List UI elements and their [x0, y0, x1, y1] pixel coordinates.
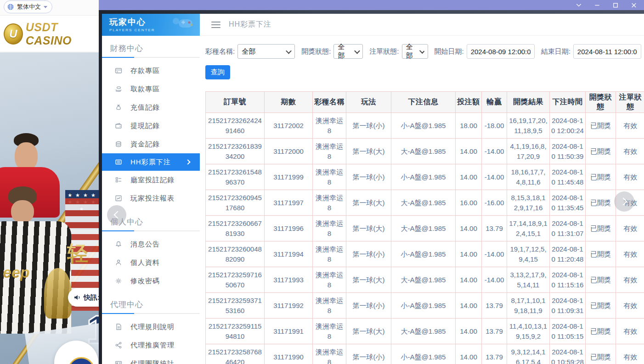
sidebar-item-label: 代理推廣管理 — [130, 341, 175, 350]
table-row: 215217232615489637031171999澳洲幸运8第一球(小)小-… — [206, 164, 644, 190]
table-cell: 已開獎 — [586, 241, 616, 267]
table-cell: 2024-08-10 11:31:07 — [550, 216, 586, 241]
table-cell: -14.00 — [482, 267, 507, 293]
table-cell: 已開獎 — [586, 216, 616, 241]
sidebar-item-存款專區[interactable]: 存款專區 — [102, 62, 200, 80]
start-date-input[interactable] — [467, 44, 535, 59]
table-cell: 2152172325971650670 — [206, 267, 265, 293]
minimize-button[interactable] — [593, 2, 601, 8]
gear-icon — [115, 277, 122, 285]
table-cell: 31171994 — [265, 241, 313, 267]
floating-coin-icon — [68, 357, 95, 364]
table-cell: 17,14,18,9,12,4,15,1 — [507, 216, 550, 241]
sidebar-item-消息公告[interactable]: 消息公告 — [102, 235, 200, 253]
sidebar-item-個人資料[interactable]: 個人資料 — [102, 253, 200, 272]
table-cell: 2152172326242491460 — [206, 113, 265, 139]
sidebar-item-label: 代理規則說明 — [130, 323, 175, 331]
table-cell: 14.00 — [456, 293, 482, 319]
table-cell: 14.00 — [456, 344, 482, 364]
section-divider — [102, 57, 200, 58]
table-cell: 第一球(小) — [346, 293, 391, 319]
table-cell: 16,19,17,20,11,18,9,5 — [507, 113, 550, 139]
order-status-select[interactable]: 全部 — [402, 44, 428, 59]
sidebar-item-取款專區[interactable]: 取款專區 — [102, 80, 200, 98]
panel-header: 玩家中心 PLAYERS CENTER — [102, 14, 200, 36]
table-cell: 有效 — [616, 216, 644, 241]
moneybag-icon — [115, 104, 122, 111]
sidebar-item-提現記錄[interactable]: 提現記錄 — [102, 117, 200, 135]
table-cell: 大-A盤@1.985 — [391, 190, 456, 216]
table-cell: 2152172326094517680 — [206, 190, 265, 216]
panel-collapse-button[interactable] — [107, 205, 126, 224]
sidebar-item-label: HH彩票下注 — [130, 158, 171, 167]
page-title: HH彩票下注 — [229, 20, 271, 29]
table-cell: 31171992 — [265, 293, 313, 319]
table-row: 215217232624249146031172002澳洲幸运8第一球(小)小-… — [206, 113, 644, 139]
maximize-button[interactable] — [612, 2, 619, 8]
bell-icon — [115, 241, 122, 248]
sidebar-item-充值記錄[interactable]: 充值記錄 — [102, 98, 200, 117]
table-cell: 8,15,3,18,12,9,17,16 — [507, 190, 550, 216]
next-page-button[interactable] — [614, 191, 634, 212]
table-cell: -16.00 — [482, 190, 507, 216]
sidebar-item-資金記錄[interactable]: 資金記錄 — [102, 135, 200, 153]
chevron-down-icon — [419, 48, 425, 54]
table-cell: 有效 — [616, 164, 644, 190]
end-date-input[interactable] — [573, 44, 641, 59]
table-cell: 14.00 — [456, 319, 482, 344]
sidebar-item-廳室投註記錄[interactable]: 廳室投註記錄 — [102, 171, 200, 189]
start-date-label: 開始日期: — [435, 47, 464, 56]
table-cell: 大-A盤@1.985 — [391, 319, 456, 344]
table-cell: 31171997 — [265, 190, 313, 216]
table-cell: 2024-08-10 11:09:31 — [550, 293, 586, 319]
table-cell: 2024-08-10 12:00:24 — [550, 113, 586, 139]
order-status-value: 全部 — [406, 43, 417, 60]
table-cell: 澳洲幸运8 — [313, 293, 346, 319]
close-button[interactable] — [630, 2, 638, 8]
table-cell: 31171991 — [265, 319, 313, 344]
lottery-ticket-icon — [115, 158, 122, 166]
globe-icon — [7, 3, 14, 11]
table-cell: 已開獎 — [586, 319, 616, 344]
banner-headline-text: 轻 — [67, 240, 88, 268]
chevron-down-icon — [286, 48, 292, 54]
sidebar-item-代理規則說明[interactable]: 代理規則說明 — [102, 318, 200, 336]
sidebar-item-代理推廣管理[interactable]: 代理推廣管理 — [102, 336, 200, 354]
window-body: 玩家中心 PLAYERS CENTER 財務中心存款專區取款專區充值記錄提現記錄… — [99, 10, 644, 364]
table-cell: 2024-08-10 11:20:48 — [550, 241, 586, 267]
table-row: 215217232587684642031171990澳洲幸运8第一球(小)小-… — [206, 344, 644, 364]
table-cell: 已開獎 — [586, 164, 616, 190]
section-divider — [102, 313, 200, 314]
column-header: 玩法 — [346, 92, 391, 113]
draw-status-select[interactable]: 全部 — [333, 44, 363, 59]
column-header: 輸贏 — [482, 92, 507, 113]
chevron-down-button[interactable] — [575, 2, 582, 8]
table-cell: 澳洲幸运8 — [313, 113, 346, 139]
chevron-down-icon — [44, 6, 47, 8]
table-cell: 31171990 — [265, 344, 313, 364]
sidebar-item-修改密碼[interactable]: 修改密碼 — [102, 272, 200, 290]
sidebar-item-代理團隊統計[interactable]: 代理團隊統計 — [102, 354, 200, 364]
speaker-icon — [73, 294, 81, 301]
column-header: 期數 — [265, 92, 313, 113]
sidebar-item-HH彩票下注[interactable]: HH彩票下注 — [102, 153, 200, 171]
site-logo-row: U USDT CASINO — [0, 16, 99, 52]
table-cell: 3,13,2,17,9,5,14,11 — [507, 267, 550, 293]
table-cell: 18,16,17,7,4,8,11,6 — [507, 164, 550, 190]
language-selector[interactable]: 繁体中文 — [4, 0, 52, 13]
table-row: 215217232597165067031171993澳洲幸运8第一球(大)大-… — [206, 267, 644, 293]
table-header-row: 訂單號期數彩種名稱玩法下注信息投注額輸贏開獎結果下注時間開獎狀態注單狀態 — [206, 92, 644, 113]
sidebar-item-玩家投注報表[interactable]: 玩家投注報表 — [102, 189, 200, 207]
table-cell: 31172000 — [265, 139, 313, 164]
table-cell: 澳洲幸运8 — [313, 241, 346, 267]
report-chart-icon — [115, 195, 122, 202]
lottery-name-select[interactable]: 全部 — [237, 44, 295, 59]
table-cell: 澳洲幸运8 — [313, 139, 346, 164]
search-button[interactable]: 查詢 — [205, 65, 230, 79]
hamburger-menu-icon[interactable] — [211, 20, 220, 30]
table-cell: 已開獎 — [586, 344, 616, 364]
column-header: 開獎結果 — [507, 92, 550, 113]
wallet-icon — [115, 122, 122, 129]
table-cell: 澳洲幸运8 — [313, 319, 346, 344]
table-cell: 13.79 — [482, 216, 507, 241]
